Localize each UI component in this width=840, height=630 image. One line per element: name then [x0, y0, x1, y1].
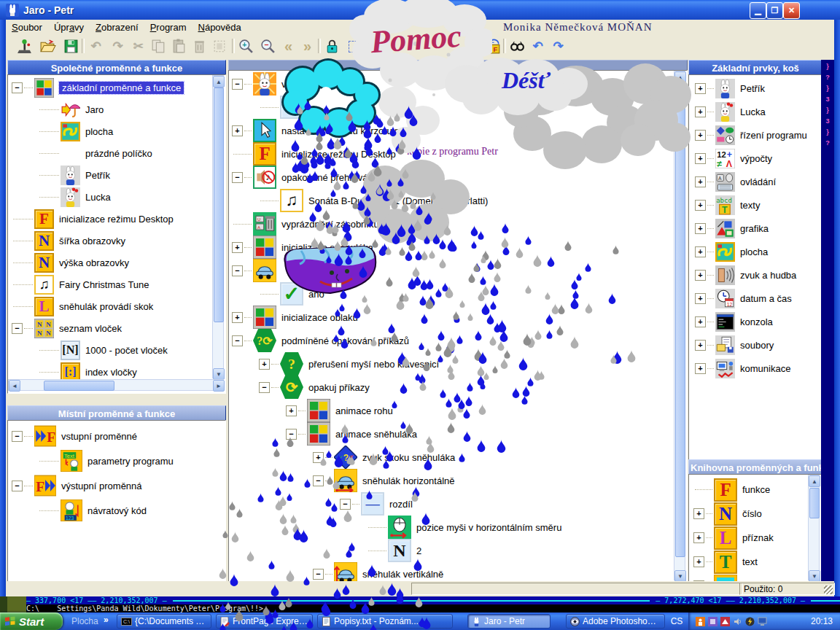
- expand-toggle[interactable]: +: [693, 532, 704, 543]
- tree-item[interactable]: Nšířka obrazovky: [8, 230, 225, 252]
- taskbar-task[interactable]: FrontPage Express - ...: [216, 614, 313, 629]
- taskbar-task[interactable]: Adobe Photoshop CE: [566, 614, 665, 629]
- menu-npovda[interactable]: Nápověda: [192, 20, 247, 34]
- copy-button[interactable]: [150, 38, 167, 55]
- expand-toggle[interactable]: −: [232, 172, 243, 183]
- tree-item[interactable]: −—rozdíl: [229, 492, 687, 516]
- expand-toggle[interactable]: −: [313, 569, 324, 580]
- tree-item[interactable]: +abcdTtexty: [689, 193, 822, 217]
- zoom-out-button[interactable]: −: [260, 38, 276, 55]
- tray-monitor-icon[interactable]: [758, 617, 767, 626]
- zoom-in-button[interactable]: +: [238, 38, 254, 55]
- tree-item[interactable]: +12+≠Λvýpočty: [689, 147, 822, 170]
- expand-toggle[interactable]: +: [695, 153, 706, 164]
- text-tool-button[interactable]: Text✎: [366, 38, 383, 55]
- tree-item[interactable]: +komunikace: [689, 357, 822, 380]
- tree-item[interactable]: −animace sněhuláka: [229, 422, 687, 446]
- expand-toggle[interactable]: +: [695, 270, 706, 281]
- tray-volume-icon[interactable]: [733, 617, 742, 626]
- expand-toggle[interactable]: +: [259, 359, 270, 370]
- f-undo-button[interactable]: F: [465, 38, 482, 55]
- expand-toggle[interactable]: −: [340, 499, 351, 510]
- tray-red-icon[interactable]: [720, 617, 730, 626]
- tree-item[interactable]: +✓?✗zvuk skoku sněhuláka: [229, 446, 687, 469]
- lock-button[interactable]: [324, 38, 341, 55]
- expand-toggle[interactable]: +: [695, 83, 706, 94]
- save-file-button[interactable]: [63, 38, 79, 55]
- paste-special-button[interactable]: [211, 38, 228, 55]
- tree-item[interactable]: +grafika: [689, 217, 822, 240]
- expand-toggle[interactable]: −: [232, 335, 243, 346]
- tray-puzzle-icon[interactable]: [708, 617, 718, 626]
- menu-soubor[interactable]: Soubor: [6, 20, 48, 34]
- undo-arrow-button[interactable]: ↶: [529, 38, 546, 55]
- next-page-button[interactable]: »: [299, 38, 316, 55]
- taskbar-task[interactable]: C:\{C:\Documents and ...: [117, 614, 211, 629]
- quicklaunch-chevron[interactable]: »: [104, 615, 109, 625]
- tree-item[interactable]: +řízení programu: [689, 123, 822, 147]
- tree-item[interactable]: − viditelnost: [229, 72, 687, 96]
- expand-toggle[interactable]: +: [695, 106, 706, 117]
- tree-item[interactable]: −Fvýstupní proměnná: [8, 473, 225, 498]
- tree-item[interactable]: ♫Sonáta B-Dur KV 331 (Domenico Scarlatti…: [229, 189, 687, 212]
- redo-button[interactable]: ↷: [109, 38, 126, 55]
- common-tree-hscrollbar[interactable]: ◄ ►: [8, 379, 224, 391]
- tree-item[interactable]: prázdné políčko: [8, 142, 225, 164]
- tree-item[interactable]: Lucka: [8, 186, 225, 208]
- tree-item[interactable]: −základní proměnné a funkce: [8, 77, 225, 98]
- expand-toggle[interactable]: +: [286, 405, 297, 416]
- expand-toggle[interactable]: +: [695, 176, 706, 187]
- tray-orange-icon[interactable]: [696, 617, 705, 626]
- expand-toggle[interactable]: +: [232, 312, 243, 323]
- tree-item[interactable]: Finicializace režimu Desktop: [229, 142, 687, 166]
- tree-item[interactable]: Ffunkce: [689, 478, 822, 502]
- tray-power-icon[interactable]: [745, 617, 755, 626]
- expand-toggle[interactable]: +: [232, 125, 243, 136]
- expand-toggle[interactable]: −: [12, 481, 23, 491]
- expand-toggle[interactable]: +: [695, 293, 706, 304]
- expand-toggle[interactable]: −: [313, 475, 324, 486]
- tree-item[interactable]: Finicializace režimu Desktop: [8, 208, 225, 230]
- tree-item[interactable]: ♫Fairy Christmas Tune: [8, 273, 225, 295]
- selection-button[interactable]: [346, 38, 362, 55]
- tree-item[interactable]: +zvuk a hudba: [689, 263, 822, 287]
- redo-cursor-button[interactable]: ↷: [550, 38, 567, 55]
- prev-page-button[interactable]: «: [280, 38, 297, 55]
- undo-button[interactable]: ↶: [88, 38, 104, 55]
- tree-item[interactable]: N2: [229, 539, 687, 562]
- expand-toggle[interactable]: +: [695, 340, 706, 351]
- expand-toggle[interactable]: +: [695, 246, 706, 257]
- tree-item[interactable]: +inicializace sněhuláka: [229, 236, 687, 259]
- expand-toggle[interactable]: +: [695, 200, 706, 211]
- tree-item[interactable]: +12datum a čas: [689, 287, 822, 310]
- maximize-button[interactable]: ❐: [766, 2, 783, 19]
- tree-item[interactable]: −♪opakované přehrávání hudby: [229, 166, 687, 189]
- expand-toggle[interactable]: −: [232, 265, 243, 276]
- expand-toggle[interactable]: +: [695, 363, 706, 374]
- expand-toggle[interactable]: +: [693, 508, 704, 519]
- delete-button[interactable]: [191, 38, 208, 55]
- program-vscrollbar[interactable]: ▲ ▼: [674, 71, 685, 580]
- expand-toggle[interactable]: −: [259, 382, 270, 393]
- resize-grip[interactable]: [824, 586, 833, 594]
- tree-item[interactable]: plocha: [8, 120, 225, 142]
- expand-toggle[interactable]: +: [695, 130, 706, 141]
- menu-pravy[interactable]: Úpravy: [48, 20, 90, 34]
- taskbar-task[interactable]: Popisy.txt - Poznám...: [317, 614, 453, 629]
- tree-item[interactable]: +Aovládání: [689, 170, 822, 193]
- expand-toggle[interactable]: +: [232, 242, 243, 253]
- tree-item[interactable]: +Ttext: [689, 550, 822, 574]
- expand-toggle[interactable]: +: [313, 452, 324, 463]
- minimize-button[interactable]: ▁: [750, 2, 766, 19]
- open-file-button[interactable]: [39, 38, 56, 55]
- tree-item[interactable]: − sněhulák horizontálně: [229, 469, 687, 492]
- tree-item[interactable]: −NNNNseznam vloček: [8, 317, 225, 339]
- console-window-strip[interactable]: — 337,700 <17 —— 2,210,352,007 — — 7,272…: [0, 596, 840, 612]
- tree-item[interactable]: Petřík: [8, 164, 225, 186]
- expand-toggle[interactable]: +: [695, 316, 706, 327]
- tree-item[interactable]: −: [229, 259, 687, 282]
- program-run-button[interactable]: [16, 38, 33, 55]
- find-button[interactable]: [509, 38, 526, 55]
- expand-toggle[interactable]: +: [695, 223, 706, 234]
- tree-item[interactable]: −?⟳podmíněné opakování příkazů: [229, 329, 687, 352]
